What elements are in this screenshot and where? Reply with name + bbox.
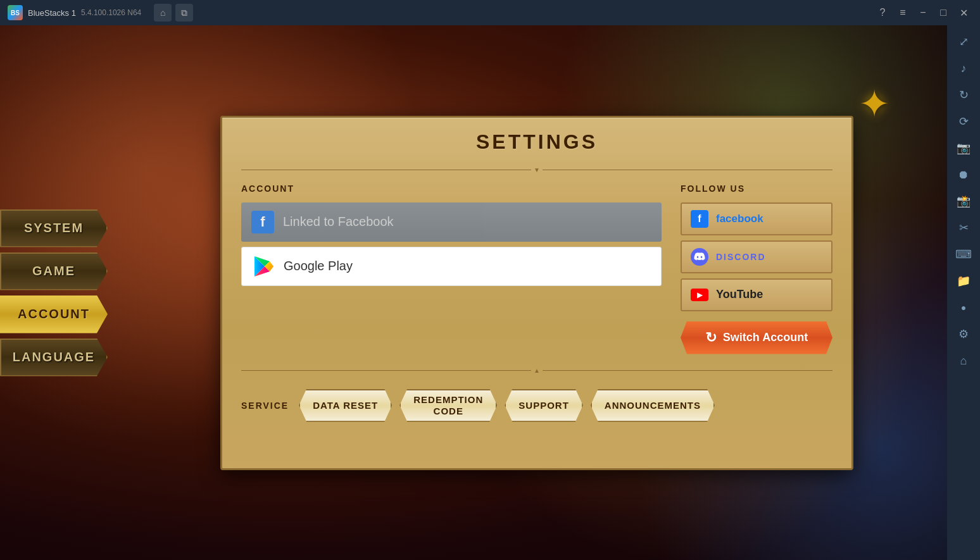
- close-button[interactable]: ✕: [955, 4, 972, 22]
- service-section: SERVICE DATA RESET REDEMPTION CODE SUPPO…: [241, 389, 832, 422]
- switch-account-button[interactable]: ↻ Switch Account: [681, 321, 832, 354]
- switch-account-icon: ↻: [705, 330, 717, 346]
- app-title: BlueStacks 1: [28, 8, 76, 18]
- google-play-text: Google Play: [284, 259, 353, 273]
- follow-list: f facebook DISCORD ▶: [681, 202, 832, 311]
- settings2-icon[interactable]: ⚙: [952, 323, 975, 345]
- location-icon[interactable]: ✂: [952, 216, 975, 239]
- account-section: ACCOUNT f Linked to Facebook: [241, 184, 662, 354]
- follow-section-label: FOLLOW US: [681, 184, 832, 194]
- right-sidebar: ⤢ ♪ ↻ ⟳ 📷 ⏺ 📸 ✂ ⌨ 📁 ● ⚙ ⌂: [947, 25, 980, 560]
- google-play-icon: [252, 255, 275, 278]
- expand-icon[interactable]: ⤢: [952, 30, 975, 53]
- bluestacks-logo: BS: [8, 5, 23, 20]
- account-list: f Linked to Facebook: [241, 202, 662, 286]
- redemption-code-button[interactable]: REDEMPTION CODE: [399, 389, 497, 422]
- refresh-icon[interactable]: ⟳: [952, 110, 975, 133]
- keyboard-icon[interactable]: ⌨: [952, 243, 975, 266]
- facebook-follow-text: facebook: [716, 213, 763, 225]
- tab-language[interactable]: LANGUAGE: [0, 339, 108, 376]
- record-icon[interactable]: ⏺: [952, 163, 975, 186]
- folder-icon[interactable]: 📁: [952, 270, 975, 292]
- settings-panel: SETTINGS ▼ ACCOUNT f Linked to Facebook: [220, 116, 853, 470]
- camera2-icon[interactable]: 📸: [952, 190, 975, 213]
- home-nav-button[interactable]: ⌂: [154, 4, 172, 22]
- google-play-account-button[interactable]: Google Play: [241, 247, 662, 286]
- follow-section: FOLLOW US f facebook DIS: [681, 184, 832, 354]
- facebook-follow-button[interactable]: f facebook: [681, 202, 832, 235]
- maximize-button[interactable]: □: [934, 4, 952, 22]
- titlebar-nav: ⌂ ⧉: [154, 4, 193, 22]
- home2-icon[interactable]: ⌂: [952, 349, 975, 372]
- titlebar: BS BlueStacks 1 5.4.100.1026 N64 ⌂ ⧉ ? ≡…: [0, 0, 980, 25]
- game-area: SYSTEM GAME ACCOUNT LANGUAGE ✦ SETTINGS …: [0, 25, 947, 560]
- facebook-icon: f: [251, 211, 274, 233]
- facebook-account-text: Linked to Facebook: [283, 215, 394, 229]
- youtube-follow-button[interactable]: ▶ YouTube: [681, 278, 832, 311]
- data-reset-button[interactable]: DATA RESET: [299, 389, 392, 422]
- discord-icon: [691, 248, 708, 266]
- titlebar-controls: ? ≡ − □ ✕: [874, 4, 972, 22]
- settings-content: ACCOUNT f Linked to Facebook: [241, 184, 832, 354]
- menu-button[interactable]: ≡: [894, 4, 912, 22]
- screenshot-icon[interactable]: 📷: [952, 137, 975, 159]
- service-buttons: DATA RESET REDEMPTION CODE SUPPORT ANNOU…: [299, 389, 715, 422]
- gamepad-icon[interactable]: ●: [952, 296, 975, 319]
- support-button[interactable]: SUPPORT: [505, 389, 583, 422]
- rotate-icon[interactable]: ↻: [952, 84, 975, 106]
- multi-nav-button[interactable]: ⧉: [175, 4, 193, 22]
- service-label: SERVICE: [241, 401, 289, 411]
- app-version: 5.4.100.1026 N64: [81, 8, 141, 17]
- discord-follow-button[interactable]: DISCORD: [681, 240, 832, 273]
- account-section-label: ACCOUNT: [241, 184, 662, 194]
- minimize-button[interactable]: −: [914, 4, 932, 22]
- tab-account[interactable]: ACCOUNT: [0, 296, 108, 333]
- tab-system[interactable]: SYSTEM: [0, 209, 108, 247]
- youtube-follow-text: YouTube: [716, 288, 763, 301]
- facebook-follow-icon: f: [691, 210, 708, 228]
- top-divider: ▼: [241, 166, 832, 173]
- left-nav: SYSTEM GAME ACCOUNT LANGUAGE: [0, 209, 108, 376]
- settings-title: SETTINGS: [241, 130, 832, 154]
- tab-game[interactable]: GAME: [0, 252, 108, 290]
- switch-account-text: Switch Account: [723, 331, 808, 344]
- facebook-account-button[interactable]: f Linked to Facebook: [241, 202, 662, 242]
- discord-follow-text: DISCORD: [716, 252, 766, 262]
- youtube-icon: ▶: [691, 289, 708, 301]
- volume-icon[interactable]: ♪: [952, 57, 975, 80]
- help-button[interactable]: ?: [874, 4, 891, 22]
- announcements-button[interactable]: ANNOUNCEMENTS: [591, 389, 715, 422]
- star-decoration: ✦: [852, 82, 896, 127]
- bottom-divider: ▲: [241, 367, 832, 374]
